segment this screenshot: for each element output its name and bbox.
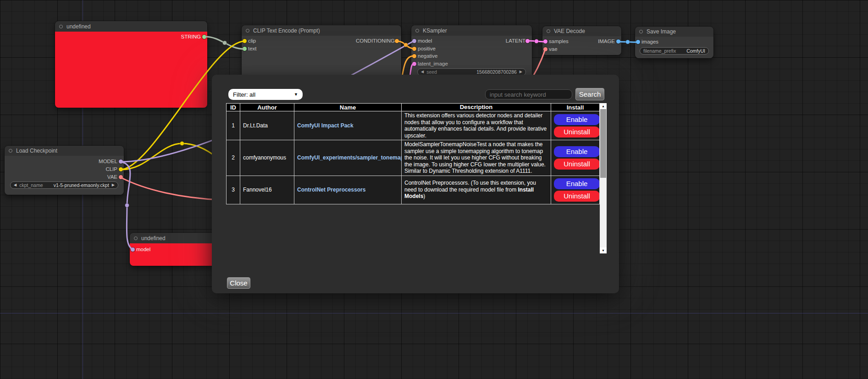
input-slot-model[interactable]: [412, 39, 416, 43]
input-label-model: model: [136, 247, 150, 252]
ckpt-prev-icon[interactable]: ◀: [14, 183, 17, 187]
node-ksampler[interactable]: KSampler model positive negative latent_…: [411, 25, 532, 80]
output-slot-string[interactable]: [202, 35, 206, 39]
node-body: samples vae IMAGE: [542, 36, 621, 55]
node-undefined-model[interactable]: undefined model: [130, 233, 221, 266]
uninstall-button[interactable]: Uninstall: [554, 126, 600, 137]
ckpt-next-icon[interactable]: ▶: [112, 183, 115, 187]
input-slot-model[interactable]: [131, 247, 135, 252]
input-label-vae: vae: [549, 46, 558, 52]
node-title: KSampler: [423, 27, 447, 34]
input-slot-clip[interactable]: [243, 39, 247, 43]
scrollbar-down-icon[interactable]: ▼: [600, 247, 607, 253]
uninstall-button[interactable]: Uninstall: [554, 191, 600, 202]
extension-row: 2comfyanonymousComfyUI_experiments/sampl…: [227, 140, 600, 176]
extension-name-link[interactable]: ControlNet Preprocessors: [294, 176, 402, 204]
node-vae-decode[interactable]: VAE Decode samples vae IMAGE: [542, 26, 621, 55]
scrollbar-thumb[interactable]: [600, 109, 606, 178]
node-body: model: [130, 243, 221, 266]
input-slot-text[interactable]: [243, 47, 247, 51]
node-title-bar[interactable]: CLIP Text Encode (Prompt): [242, 25, 401, 36]
extension-description-cell: ModelSamplerTonemapNoiseTest a node that…: [402, 140, 551, 176]
collapse-dot-icon[interactable]: [59, 25, 63, 28]
header-name: Name: [294, 104, 402, 111]
ckpt-name-widget[interactable]: ◀ ckpt_name v1-5-pruned-emaonly.ckpt ▶: [10, 181, 118, 189]
output-slot-clip[interactable]: [119, 167, 123, 171]
extension-name-link[interactable]: ComfyUI_experiments/sampler_tonemap: [294, 140, 402, 176]
extension-author-cell: Fannovel16: [240, 176, 294, 204]
filename-prefix-value: ComfyUI: [686, 48, 705, 54]
node-title-bar[interactable]: VAE Decode: [542, 26, 621, 36]
seed-increment-icon[interactable]: ▶: [520, 70, 522, 74]
search-button[interactable]: Search: [575, 88, 604, 100]
header-author: Author: [240, 104, 294, 111]
seed-label: seed: [426, 69, 437, 75]
extension-author-cell: Dr.Lt.Data: [240, 111, 294, 140]
output-slot-conditioning[interactable]: [395, 39, 399, 43]
extension-description-cell: This extension offers various detector n…: [402, 111, 551, 140]
node-title-bar[interactable]: KSampler: [411, 25, 532, 36]
input-slot-latent-image[interactable]: [412, 62, 416, 66]
extension-install-cell: EnableUninstall: [551, 176, 600, 204]
enable-button[interactable]: Enable: [554, 114, 600, 125]
output-slot-vae[interactable]: [119, 175, 123, 179]
input-label-clip: clip: [248, 38, 256, 44]
extension-install-cell: EnableUninstall: [551, 140, 600, 176]
scrollbar[interactable]: ▲ ▼: [600, 103, 607, 253]
output-label-conditioning: CONDITIONING: [356, 38, 395, 44]
input-slot-vae[interactable]: [543, 47, 547, 51]
collapse-dot-icon[interactable]: [415, 29, 419, 33]
input-slot-negative[interactable]: [412, 54, 416, 58]
filename-prefix-widget[interactable]: filename_prefix ComfyUI: [640, 47, 709, 55]
output-slot-image[interactable]: [616, 39, 620, 44]
input-label-model: model: [418, 38, 432, 44]
canvas-axis-horizontal: [0, 313, 868, 313]
extension-name-link[interactable]: ComfyUI Impact Pack: [294, 111, 402, 140]
input-label-images: images: [641, 39, 658, 44]
input-slot-positive[interactable]: [412, 47, 416, 51]
extension-description-cell: ControlNet Preprocessors. (To use this e…: [402, 176, 551, 204]
output-slot-model[interactable]: [119, 159, 123, 164]
enable-button[interactable]: Enable: [554, 146, 600, 157]
filename-prefix-label: filename_prefix: [643, 48, 676, 54]
search-input[interactable]: [485, 89, 572, 99]
header-id: ID: [227, 104, 240, 111]
filter-select-value: Filter: all: [233, 91, 255, 98]
extensions-table-container: ID Author Name Description Install 1Dr.L…: [226, 103, 607, 253]
link-midpoint-dot: [404, 43, 408, 47]
extension-id-cell: 3: [227, 176, 240, 204]
node-title-bar[interactable]: undefined: [55, 21, 207, 32]
collapse-dot-icon[interactable]: [9, 149, 12, 153]
output-label-string: STRING: [181, 34, 201, 39]
input-slot-samples[interactable]: [543, 39, 547, 44]
node-title: VAE Decode: [554, 28, 585, 34]
collapse-dot-icon[interactable]: [246, 29, 249, 33]
node-save-image[interactable]: Save Image images filename_prefix ComfyU…: [635, 27, 713, 58]
node-body: MODEL CLIP VAE ◀ ckpt_name v1-5-pruned-e…: [5, 156, 124, 195]
collapse-dot-icon[interactable]: [134, 236, 138, 240]
seed-decrement-icon[interactable]: ◀: [421, 70, 424, 74]
node-title: undefined: [141, 235, 166, 242]
extension-install-cell: EnableUninstall: [551, 111, 600, 140]
collapse-dot-icon[interactable]: [547, 29, 550, 33]
node-undefined-string[interactable]: undefined STRING: [55, 21, 207, 108]
filter-select[interactable]: Filter: all ▼: [228, 89, 303, 100]
node-load-checkpoint[interactable]: Load Checkpoint MODEL CLIP VAE ◀ ckpt_na…: [5, 146, 124, 195]
input-label-negative: negative: [418, 53, 437, 59]
scrollbar-up-icon[interactable]: ▲: [600, 103, 607, 109]
node-title-bar[interactable]: undefined: [130, 233, 221, 243]
node-body: images filename_prefix ComfyUI: [635, 37, 713, 58]
node-title-bar[interactable]: Load Checkpoint: [5, 146, 124, 156]
extensions-table-body: 1Dr.Lt.DataComfyUI Impact PackThis exten…: [227, 111, 600, 204]
collapse-dot-icon[interactable]: [639, 30, 643, 33]
uninstall-button[interactable]: Uninstall: [554, 159, 600, 170]
node-title: CLIP Text Encode (Prompt): [253, 27, 320, 34]
input-slot-images[interactable]: [636, 40, 640, 44]
output-slot-latent[interactable]: [525, 39, 530, 43]
node-title: Save Image: [647, 28, 676, 35]
node-title-bar[interactable]: Save Image: [635, 27, 713, 37]
comfyui-canvas[interactable]: { "colors": { "error_node_red": "#f5182b…: [0, 0, 868, 379]
enable-button[interactable]: Enable: [554, 178, 600, 189]
close-button[interactable]: Close: [227, 277, 250, 289]
seed-value: 156680208700286: [476, 69, 517, 75]
